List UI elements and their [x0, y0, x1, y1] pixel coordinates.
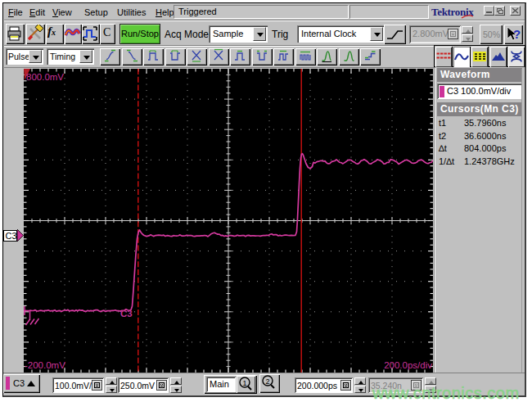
svg-text:200.0ps/div: 200.0ps/div [384, 360, 432, 370]
svg-text:-200.0mV: -200.0mV [25, 360, 65, 370]
svg-text:C3: C3 [120, 309, 133, 318]
svg-text:2: 2 [266, 377, 270, 386]
svg-text:800.0mV: 800.0mV [26, 72, 64, 82]
svg-text:?: ? [513, 27, 521, 41]
svg-text:1: 1 [243, 379, 247, 387]
